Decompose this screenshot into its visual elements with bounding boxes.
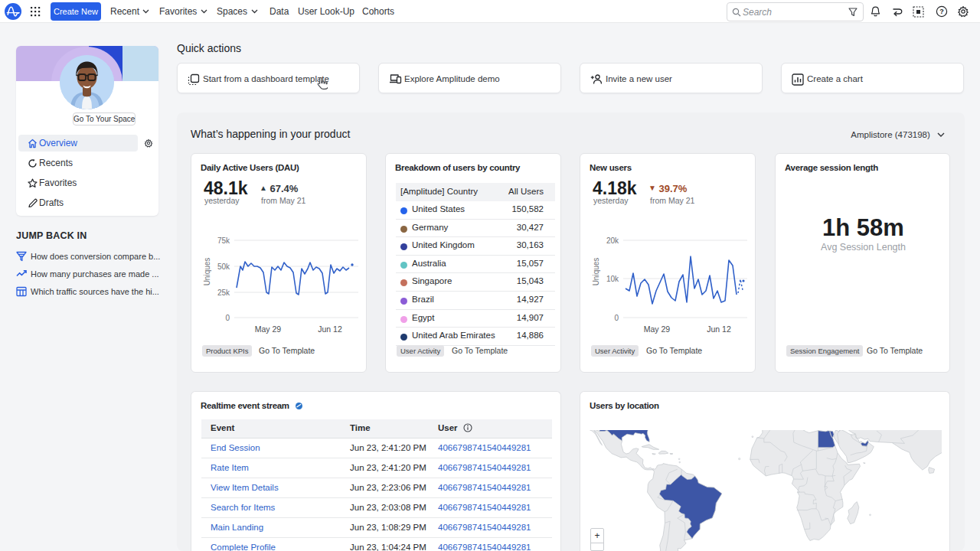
svg-text:Uniques: Uniques xyxy=(592,258,600,286)
svg-text:May 29: May 29 xyxy=(644,324,671,334)
svg-text:50k: 50k xyxy=(217,262,230,271)
svg-text:75k: 75k xyxy=(217,236,230,245)
svg-text:25k: 25k xyxy=(217,289,230,297)
svg-text:May 29: May 29 xyxy=(255,324,282,334)
svg-text:0: 0 xyxy=(614,314,619,322)
svg-text:Uniques: Uniques xyxy=(203,258,211,286)
svg-text:0: 0 xyxy=(225,314,230,322)
svg-text:Jun 12: Jun 12 xyxy=(707,324,731,334)
svg-text:20k: 20k xyxy=(606,236,619,245)
svg-text:?: ? xyxy=(939,8,944,15)
svg-text:Jun 12: Jun 12 xyxy=(318,324,342,334)
svg-text:10k: 10k xyxy=(606,275,619,283)
